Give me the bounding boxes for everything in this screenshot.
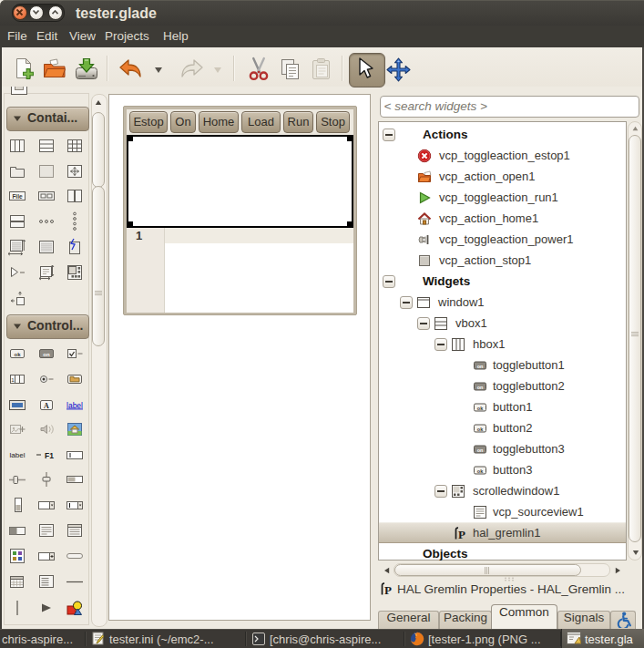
svg-text:ok: ok [14,352,21,357]
svg-text:on: on [477,447,484,452]
svg-text:P: P [384,583,392,597]
svg-text:label: label [66,401,83,410]
svg-text:ok: ok [477,405,484,410]
svg-text:on: on [477,363,484,368]
svg-text:on: on [43,352,50,357]
svg-text:ok: ok [477,468,484,473]
svg-text:File: File [12,193,23,200]
svg-text:F1: F1 [45,451,54,460]
svg-text:ok: ok [477,426,484,431]
svg-text:on: on [477,384,484,389]
svg-text:label: label [10,451,26,459]
svg-text:A: A [44,402,49,410]
svg-text:P: P [458,527,465,540]
